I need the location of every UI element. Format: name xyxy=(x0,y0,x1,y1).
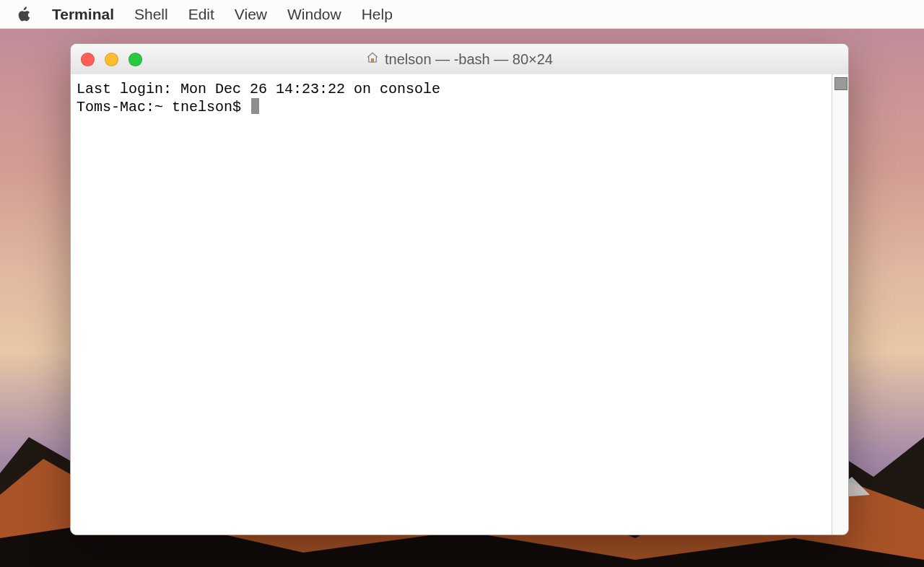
window-body: Last login: Mon Dec 26 14:23:22 on conso… xyxy=(71,74,848,535)
macos-menubar: Terminal Shell Edit View Window Help xyxy=(0,0,924,29)
svg-rect-0 xyxy=(372,58,374,62)
window-traffic-lights xyxy=(71,53,142,66)
terminal-last-login-line: Last login: Mon Dec 26 14:23:22 on conso… xyxy=(77,81,440,97)
zoom-button[interactable] xyxy=(128,53,142,66)
menu-window[interactable]: Window xyxy=(287,6,341,23)
close-button[interactable] xyxy=(81,53,95,66)
menu-edit[interactable]: Edit xyxy=(188,6,214,23)
terminal-window: tnelson — -bash — 80×24 Last login: Mon … xyxy=(70,43,849,535)
scrollbar-track[interactable] xyxy=(832,74,848,535)
window-title: tnelson — -bash — 80×24 xyxy=(71,51,848,68)
apple-logo-icon[interactable] xyxy=(16,6,32,23)
desktop: Terminal Shell Edit View Window Help tne… xyxy=(0,0,924,567)
terminal-cursor xyxy=(251,98,259,114)
menu-view[interactable]: View xyxy=(235,6,267,23)
terminal-content[interactable]: Last login: Mon Dec 26 14:23:22 on conso… xyxy=(71,74,832,535)
menu-shell[interactable]: Shell xyxy=(134,6,168,23)
home-icon xyxy=(366,51,379,68)
window-titlebar[interactable]: tnelson — -bash — 80×24 xyxy=(71,44,848,75)
minimize-button[interactable] xyxy=(105,53,118,66)
menu-help[interactable]: Help xyxy=(362,6,393,23)
scrollbar-thumb[interactable] xyxy=(834,77,847,90)
menubar-app-name[interactable]: Terminal xyxy=(52,6,114,23)
terminal-prompt: Toms-Mac:~ tnelson$ xyxy=(77,99,250,115)
window-title-text: tnelson — -bash — 80×24 xyxy=(385,51,553,68)
